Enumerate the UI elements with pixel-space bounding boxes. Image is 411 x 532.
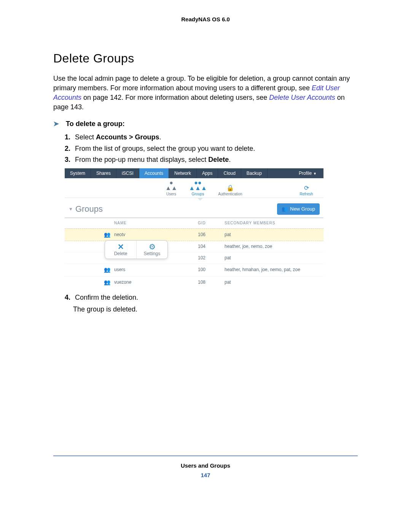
groups-table-header: NAME GID SECONDARY MEMBERS — [65, 218, 323, 228]
groups-icon: ●●▲▲▲ — [185, 180, 211, 191]
toolbar-refresh-label: Refresh — [293, 192, 320, 197]
group-icon: 👥 — [104, 267, 110, 273]
new-group-button[interactable]: 👥 New Group — [277, 203, 320, 215]
delete-x-icon: ✕ — [107, 243, 135, 251]
step-3-delete: Delete — [208, 156, 229, 163]
section-title: Delete Groups — [53, 50, 358, 67]
collapse-caret-icon[interactable]: ▼ — [68, 206, 73, 212]
user-icon: ●▲▲ — [158, 180, 185, 191]
row-icon-cell: 👥 — [68, 279, 114, 286]
table-row[interactable]: 104 heather, joe, nemo, zoe — [65, 241, 323, 252]
tab-accounts[interactable]: Accounts — [139, 168, 169, 178]
col-gid-header: GID — [198, 220, 225, 226]
step-4: 4. Confirm the deletion. The group is de… — [65, 293, 358, 314]
step-3-text-a: From the pop-up menu that displays, sele… — [75, 156, 208, 163]
step-2: 2. From the list of groups, select the g… — [65, 144, 358, 153]
top-navbar: System Shares iSCSI Accounts Network App… — [65, 168, 323, 178]
col-name-header: NAME — [114, 220, 198, 226]
row-name: vuezone — [114, 279, 198, 286]
table-row[interactable]: 102 pat — [65, 252, 323, 264]
row-gid: 100 — [198, 267, 225, 273]
steps-list: 1. Select Accounts > Groups. 2. From the… — [53, 133, 358, 165]
col-blank — [68, 220, 114, 226]
group-plus-icon: 👥 — [282, 206, 288, 212]
intro-text-1: Use the local admin page to delete a gro… — [53, 75, 350, 92]
active-tab-notch — [65, 198, 323, 201]
table-row[interactable]: 👥 neotv 106 pat — [65, 228, 323, 241]
tab-network[interactable]: Network — [169, 168, 197, 178]
group-icon: 👥 — [104, 279, 110, 285]
table-row[interactable]: 👥 vuezone 108 pat — [65, 276, 323, 289]
row-members: heather, joe, nemo, zoe — [225, 243, 320, 250]
toolbar-groups-label: Groups — [185, 192, 211, 197]
row-icon-cell: 👥 — [68, 266, 114, 274]
table-row[interactable]: 👥 users 100 heather, hmahan, joe, nemo, … — [65, 264, 323, 276]
row-members: pat — [225, 279, 320, 286]
row-gid: 104 — [198, 243, 225, 250]
row-members: pat — [225, 255, 320, 261]
row-gid: 108 — [198, 279, 225, 286]
steps-list-cont: 4. Confirm the deletion. The group is de… — [65, 293, 358, 314]
step-3: 3. From the pop-up menu that displays, s… — [65, 155, 358, 165]
step-3-text-c: . — [229, 156, 231, 163]
intro-text-2: on page 142. For more information about … — [83, 94, 269, 101]
row-members: pat — [225, 232, 320, 238]
tab-system[interactable]: System — [65, 168, 91, 178]
toolbar-users[interactable]: ●▲▲ Users — [158, 180, 185, 197]
gear-icon: ⚙ — [138, 243, 166, 251]
tab-profile[interactable]: Profile▼ — [293, 168, 323, 178]
step-1-text-c: . — [159, 133, 161, 141]
tab-backup[interactable]: Backup — [241, 168, 268, 178]
row-members: heather, hmahan, joe, nemo, pat, zoe — [225, 267, 320, 273]
popup-settings[interactable]: ⚙ Settings — [136, 241, 167, 259]
arrow-icon: ➤ — [53, 119, 64, 129]
step-1-text-a: Select — [75, 133, 96, 141]
toolbar-refresh[interactable]: ⟳ Refresh — [293, 185, 320, 197]
groups-header-bar: ▼ Groups 👥 New Group — [65, 201, 323, 218]
link-delete-user-accounts[interactable]: Delete User Accounts — [269, 94, 335, 101]
admin-screenshot: System Shares iSCSI Accounts Network App… — [65, 168, 323, 288]
toolbar-authentication[interactable]: 🔒 Authentication — [211, 185, 249, 197]
new-group-label: New Group — [290, 206, 315, 212]
footer-chapter: Users and Groups — [53, 462, 358, 470]
col-members-header: SECONDARY MEMBERS — [225, 220, 320, 226]
row-gid: 106 — [198, 232, 225, 238]
step-4-text: Confirm the deletion. — [75, 294, 138, 301]
groups-title: Groups — [75, 203, 103, 215]
doc-header: ReadyNAS OS 6.0 — [53, 15, 358, 23]
refresh-icon: ⟳ — [293, 185, 320, 191]
procedure-heading-text: To delete a group: — [66, 120, 125, 128]
step-number: 4. — [65, 293, 73, 302]
popup-delete-label: Delete — [114, 251, 127, 256]
toolbar-groups[interactable]: ●●▲▲▲ Groups — [185, 180, 211, 197]
tab-apps[interactable]: Apps — [197, 168, 218, 178]
navbar-spacer — [268, 168, 293, 178]
lock-icon: 🔒 — [211, 185, 249, 191]
step-number: 1. — [65, 133, 73, 142]
accounts-toolbar: ●▲▲ Users ●●▲▲▲ Groups 🔒 Authentication … — [65, 178, 323, 198]
step-4-result: The group is deleted. — [73, 305, 358, 314]
context-popup: ✕ Delete ⚙ Settings — [105, 240, 168, 259]
row-name: neotv — [114, 232, 198, 238]
page-footer: Users and Groups 147 — [53, 455, 358, 479]
popup-delete[interactable]: ✕ Delete — [105, 241, 136, 259]
tab-cloud[interactable]: Cloud — [218, 168, 241, 178]
tab-iscsi[interactable]: iSCSI — [116, 168, 139, 178]
step-number: 3. — [65, 155, 73, 165]
group-icon: 👥 — [104, 232, 110, 238]
procedure-heading: ➤ To delete a group: — [53, 119, 358, 129]
row-gid: 102 — [198, 255, 225, 261]
step-1-path: Accounts > Groups — [96, 133, 159, 141]
tab-shares[interactable]: Shares — [91, 168, 116, 178]
intro-paragraph: Use the local admin page to delete a gro… — [53, 74, 358, 112]
popup-settings-label: Settings — [144, 251, 160, 256]
row-icon-cell: 👥 — [68, 231, 114, 239]
toolbar-auth-label: Authentication — [211, 192, 249, 197]
caret-down-icon: ▼ — [313, 172, 317, 176]
step-1: 1. Select Accounts > Groups. — [65, 133, 358, 142]
toolbar-users-label: Users — [158, 192, 185, 197]
step-number: 2. — [65, 144, 73, 153]
step-2-text: From the list of groups, select the grou… — [75, 145, 255, 152]
tab-profile-label: Profile — [299, 171, 312, 176]
footer-page-number: 147 — [53, 471, 358, 479]
